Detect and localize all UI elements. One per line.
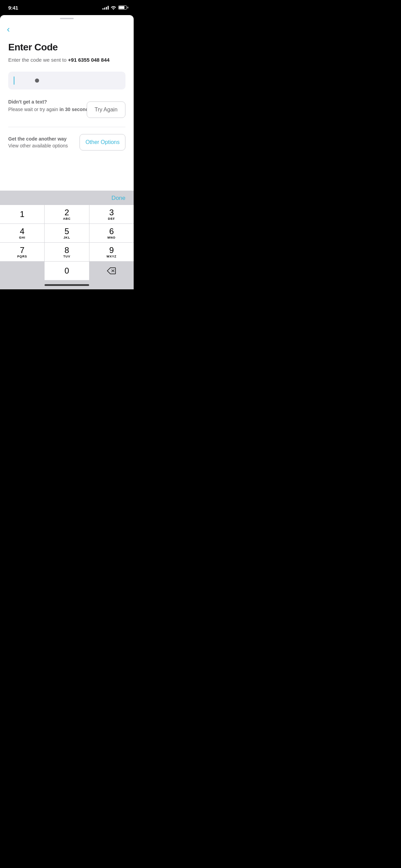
signal-icon [102, 5, 109, 10]
key-6[interactable]: 6 MNO [89, 224, 134, 242]
other-options-button[interactable]: Other Options [80, 134, 125, 150]
text-cursor [14, 76, 14, 85]
phone-number: +91 6355 048 844 [68, 57, 109, 63]
backspace-button[interactable] [89, 262, 134, 280]
status-icons [102, 5, 127, 10]
key-empty [0, 262, 44, 280]
status-time: 9:41 [8, 5, 18, 11]
other-options-section: Get the code another way View other avai… [8, 134, 125, 150]
page-body: Enter Code Enter the code we sent to +91… [0, 34, 134, 191]
resend-section: Didn't get a text? Please wait or try ag… [8, 99, 125, 120]
key-9[interactable]: 9 WXYZ [89, 243, 134, 261]
options-text: Get the code another way View other avai… [8, 136, 80, 148]
battery-icon [118, 5, 127, 10]
keyboard-grid: 1 2 ABC 3 DEF 4 GHI 5 JKL 6 MNO [0, 205, 134, 281]
options-title: Get the code another way [8, 136, 74, 142]
divider [8, 127, 125, 127]
input-dot [35, 79, 39, 83]
key-0[interactable]: 0 [45, 262, 89, 280]
key-8[interactable]: 8 TUV [45, 243, 89, 261]
home-indicator [0, 281, 134, 289]
key-4[interactable]: 4 GHI [0, 224, 44, 242]
page-subtitle: Enter the code we sent to +91 6355 048 8… [8, 56, 125, 63]
resend-description: Please wait or try again in 30 seconds [8, 106, 91, 113]
keyboard-done-bar: Done [0, 191, 134, 205]
key-1[interactable]: 1 [0, 205, 44, 224]
done-button[interactable]: Done [109, 193, 128, 203]
page-title: Enter Code [8, 42, 125, 53]
resend-title: Didn't get a text? [8, 99, 91, 105]
key-5[interactable]: 5 JKL [45, 224, 89, 242]
key-2[interactable]: 2 ABC [45, 205, 89, 224]
resend-text: Didn't get a text? Please wait or try ag… [8, 99, 91, 113]
wifi-icon [111, 5, 116, 10]
code-input[interactable] [8, 72, 125, 89]
try-again-button[interactable]: Try Again [87, 101, 125, 118]
header: ‹ [0, 19, 134, 34]
keyboard-area: Done 1 2 ABC 3 DEF 4 GHI 5 JKL [0, 191, 134, 289]
status-bar: 9:41 [0, 0, 134, 15]
back-button[interactable]: ‹ [7, 25, 10, 34]
key-7[interactable]: 7 PQRS [0, 243, 44, 261]
backspace-icon [107, 267, 116, 274]
options-description: View other available options [8, 143, 74, 148]
key-3[interactable]: 3 DEF [89, 205, 134, 224]
main-content: ‹ Enter Code Enter the code we sent to +… [0, 15, 134, 289]
home-bar [45, 284, 89, 286]
